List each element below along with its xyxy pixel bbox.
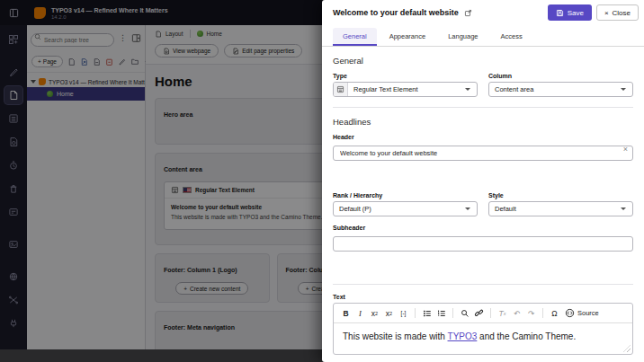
- typo3-logo: [34, 7, 46, 19]
- undo-button[interactable]: ↶: [510, 306, 523, 320]
- column-value: Content area: [489, 85, 621, 93]
- breadcrumb-current-page[interactable]: Home: [207, 31, 222, 37]
- chevron-down-icon: [465, 88, 470, 91]
- open-record-icon[interactable]: [464, 9, 472, 17]
- subheader-input[interactable]: [333, 236, 633, 252]
- edit-module-icon[interactable]: [4, 63, 22, 81]
- rte-content[interactable]: This website is made with TYPO3 and the …: [334, 323, 632, 354]
- edit-page-properties-label: Edit page properties: [242, 48, 294, 54]
- plus-icon: +: [183, 286, 187, 292]
- tree-root-label: TYPO3 v14 — Refined Where It Matters: [49, 79, 145, 85]
- superscript-small: 2: [389, 311, 392, 316]
- tree-home-label: Home: [57, 91, 74, 97]
- type-value: Regular Text Element: [348, 85, 465, 93]
- create-new-content-button[interactable]: + Create new content: [175, 282, 248, 295]
- rank-value: Default (P): [334, 205, 465, 213]
- tree-options-icon[interactable]: ⋮: [117, 34, 129, 42]
- chevron-down-icon[interactable]: [31, 80, 36, 84]
- topbar-title-block: TYPO3 v14 — Refined Where It Matters 14.…: [51, 6, 168, 20]
- rank-hierarchy-select[interactable]: Default (P): [333, 201, 478, 216]
- modal-tabs: General Appearance Language Access: [322, 24, 644, 47]
- typo3-version: 14.2.0: [51, 14, 168, 20]
- clear-input-icon[interactable]: ×: [623, 146, 628, 154]
- rte-typo3-link[interactable]: TYPO3: [448, 331, 478, 341]
- typo3-site-icon: [39, 78, 46, 85]
- integrations-module-icon[interactable]: [4, 291, 22, 309]
- layout-selector[interactable]: Layout: [165, 31, 183, 37]
- view-module-icon[interactable]: [4, 133, 22, 151]
- view-icon: [163, 48, 170, 55]
- link-button[interactable]: [472, 306, 486, 320]
- page-module-icon[interactable]: [4, 86, 22, 104]
- type-select[interactable]: Regular Text Element: [333, 82, 478, 97]
- forms-module-icon[interactable]: [4, 203, 22, 221]
- history-module-icon[interactable]: [4, 156, 22, 174]
- remove-format-small: x: [504, 311, 506, 316]
- column-label: Content area: [164, 166, 202, 172]
- edit-icon[interactable]: [118, 57, 126, 66]
- modal-title: Welcome to your default website: [333, 8, 459, 17]
- settings-module-icon[interactable]: [4, 314, 22, 332]
- folder-icon[interactable]: [130, 57, 139, 66]
- superscript-button[interactable]: x2: [382, 306, 396, 320]
- bulleted-list-button[interactable]: [420, 306, 434, 320]
- numbered-list-button[interactable]: [434, 306, 448, 320]
- content-type-icon: [334, 83, 348, 96]
- resize-handle[interactable]: [623, 345, 631, 352]
- new-page-button[interactable]: + Page: [31, 56, 63, 67]
- edit-page-properties-button[interactable]: Edit page properties: [224, 44, 302, 57]
- text-label: Text: [333, 294, 633, 300]
- tree-node-home-selected[interactable]: Home: [27, 87, 145, 101]
- tab-language[interactable]: Language: [438, 28, 487, 46]
- save-icon: [556, 9, 564, 17]
- view-webpage-button[interactable]: View webpage: [155, 44, 219, 57]
- modal-body: General Type Regular Text Element Column…: [322, 47, 644, 362]
- us-flag-icon: [183, 187, 192, 193]
- tree-panel-toggle-icon[interactable]: [131, 33, 141, 43]
- close-button[interactable]: × Close: [596, 4, 639, 21]
- header-label: Header: [333, 134, 633, 140]
- column-select[interactable]: Content area: [488, 82, 633, 97]
- special-character-button[interactable]: Ω: [548, 306, 561, 320]
- page-tree: TYPO3 v14 — Refined Where It Matters Hom…: [27, 73, 145, 101]
- list-module-icon[interactable]: [4, 110, 22, 128]
- content-type-icon: [171, 186, 179, 194]
- drag-spacer-icon[interactable]: [105, 57, 113, 66]
- page-tree-search-input[interactable]: [31, 33, 114, 47]
- header-input[interactable]: [333, 146, 633, 161]
- tab-access[interactable]: Access: [491, 28, 532, 46]
- module-menu-toggle-icon[interactable]: [0, 8, 27, 18]
- redo-button[interactable]: ↷: [524, 306, 538, 320]
- home-page-icon: [47, 91, 53, 97]
- tree-root-node[interactable]: TYPO3 v14 — Refined Where It Matters: [27, 76, 145, 87]
- tab-general[interactable]: General: [333, 28, 377, 46]
- soft-hyphen-button[interactable]: [-]: [397, 306, 410, 320]
- filelist-module-icon[interactable]: [4, 235, 22, 253]
- italic-button[interactable]: I: [353, 306, 367, 320]
- source-button[interactable]: Source: [562, 306, 602, 320]
- plus-icon: +: [38, 58, 41, 65]
- recycler-module-icon[interactable]: [4, 180, 22, 198]
- close-label: Close: [613, 9, 631, 17]
- tab-appearance[interactable]: Appearance: [380, 28, 435, 46]
- column-footer-1: Footer: Column 1 (Logo) + Create new con…: [155, 253, 270, 303]
- source-icon: [565, 308, 575, 318]
- modal-header: Welcome to your default website Save × C…: [322, 0, 644, 24]
- drag-mount-page-icon[interactable]: [93, 57, 101, 66]
- drag-shortcut-page-icon[interactable]: [80, 57, 88, 66]
- style-select[interactable]: Default: [488, 201, 633, 216]
- search-icon: [34, 33, 41, 40]
- save-button[interactable]: Save: [548, 4, 592, 21]
- save-label: Save: [568, 9, 584, 17]
- sites-module-icon[interactable]: [4, 268, 22, 286]
- find-replace-button[interactable]: [458, 306, 471, 320]
- toolbar-separator: [452, 308, 453, 318]
- section-heading-general: General: [333, 56, 633, 66]
- bold-button[interactable]: B: [339, 306, 353, 320]
- dashboard-module-icon[interactable]: [4, 31, 22, 49]
- toolbar-separator: [490, 308, 491, 318]
- remove-format-button[interactable]: Tx: [496, 306, 509, 320]
- drag-new-page-icon[interactable]: [67, 57, 76, 66]
- subscript-button[interactable]: x2: [368, 306, 381, 320]
- column-label: Column: [488, 73, 633, 79]
